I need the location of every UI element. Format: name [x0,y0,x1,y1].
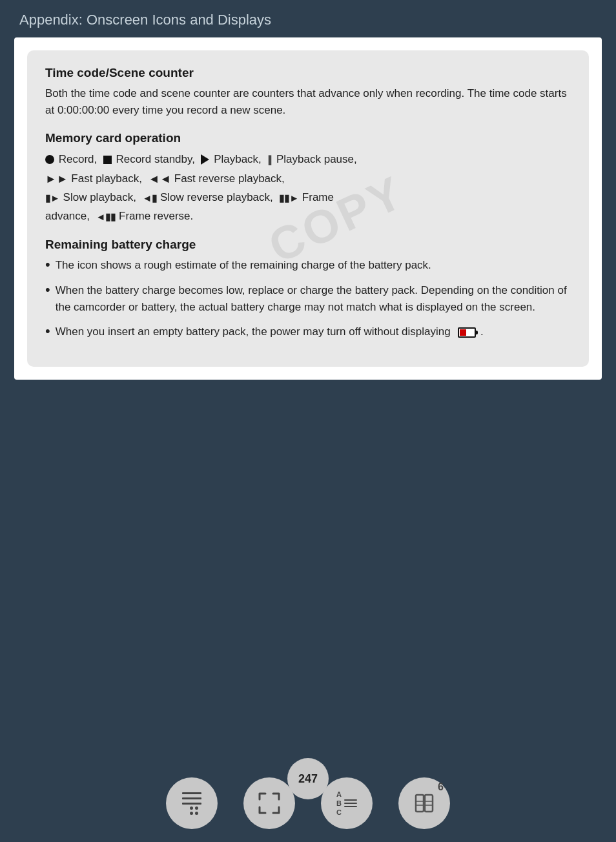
page-number: 247 [298,772,318,786]
battery-list: • The icon shows a rough estimate of the… [45,257,571,341]
abc-letters: A B C [336,790,342,817]
battery-bullet-1: • The icon shows a rough estimate of the… [45,257,571,274]
header-title: Appendix: Onscreen Icons and Displays [19,12,271,28]
bullet-marker-3: • [45,322,50,341]
svg-rect-1 [425,795,433,812]
battery-bullet-1-text: The icon shows a rough estimate of the r… [56,257,431,274]
content-card: COPY Time code/Scene counter Both the ti… [27,50,589,367]
playback-icon [201,154,209,165]
letter-a: A [336,790,342,799]
playback-pause-icon: ‖ [267,151,272,168]
dot-3 [190,812,193,815]
expand-icon [256,790,282,816]
menu-line-2 [182,797,201,799]
index-button[interactable]: A B C [321,777,373,829]
timecode-body: Both the time code and scene counter are… [45,85,571,119]
menu-button[interactable] [166,777,218,829]
battery-fill [460,329,466,336]
book-icon [412,791,436,816]
bullet-marker-1: • [45,256,50,274]
section-button[interactable]: 6 [398,777,450,829]
abc-icon: A B C [336,790,357,817]
fast-playback-icon: ►► [45,172,68,185]
slow-reverse-icon: ◄▮ [142,192,157,203]
abc-line-3 [344,806,357,807]
record-icon [45,155,54,164]
dot-1 [190,806,193,810]
letter-b: B [336,799,342,808]
letter-c: C [336,808,342,817]
frame-advance-icon: ▮▮► [279,192,299,203]
abc-line-1 [344,799,357,801]
svg-rect-0 [416,795,424,812]
fast-reverse-icon: ◄◄ [148,172,171,185]
battery-bullet-2-text: When the battery charge becomes low, rep… [56,282,571,316]
battery-empty-icon [458,327,476,338]
abc-line-2 [344,803,357,804]
page-outer: COPY Time code/Scene counter Both the ti… [14,37,602,380]
bullet-marker-2: • [45,281,50,300]
page-header: Appendix: Onscreen Icons and Displays [0,0,616,37]
dot-4 [195,812,198,815]
memory-card-title: Memory card operation [45,131,571,145]
menu-dots [190,806,198,815]
menu-icon [182,792,201,805]
expand-button[interactable] [243,777,295,829]
dot-2 [195,806,198,810]
battery-bullet-3-text: When you insert an empty battery pack, t… [56,323,484,340]
battery-title: Remaining battery charge [45,238,571,252]
frame-reverse-icon: ◄▮▮ [96,211,116,222]
battery-bullet-2: • When the battery charge becomes low, r… [45,282,571,316]
menu-line-1 [182,792,201,794]
page-number-circle: 247 [287,758,329,799]
memory-card-icons: Record, Record standby, Playback, ‖ Play… [45,150,571,226]
slow-playback-icon: ▮► [45,192,60,203]
record-standby-icon [103,156,112,164]
abc-lines [344,799,357,807]
section-number: 6 [438,781,444,793]
timecode-title: Time code/Scene counter [45,66,571,80]
battery-bullet-3: • When you insert an empty battery pack,… [45,323,571,341]
menu-line-3 [182,803,201,805]
